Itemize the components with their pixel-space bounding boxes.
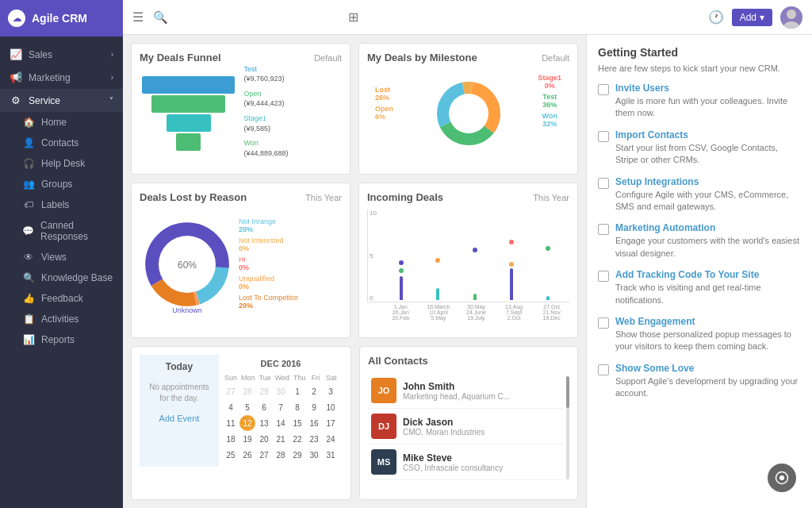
getting-started-checkbox[interactable] bbox=[598, 271, 609, 282]
calendar-day[interactable]: 4 bbox=[223, 399, 239, 415]
svg-text:60%: 60% bbox=[178, 259, 197, 270]
calendar-week-row: 18192021222324 bbox=[223, 431, 339, 447]
contacts-scrollbar bbox=[566, 376, 569, 479]
getting-started-item: Add Tracking Code To Your Site Track who… bbox=[598, 269, 801, 306]
getting-started-item: Import Contacts Start your list from CSV… bbox=[598, 129, 801, 167]
calendar-day[interactable]: 30 bbox=[306, 447, 322, 463]
calendar-day[interactable]: 19 bbox=[239, 431, 255, 447]
sidebar-item-feedback[interactable]: 👍 Feedback bbox=[0, 288, 123, 309]
calendar-day[interactable]: 8 bbox=[289, 399, 305, 415]
contact-item[interactable]: JO John Smith Marketing head, Aquarium C… bbox=[368, 373, 563, 409]
calendar-day[interactable]: 30 bbox=[273, 383, 289, 399]
search-icon[interactable]: 🔍 bbox=[153, 10, 168, 25]
getting-started-link[interactable]: Setup Integrations bbox=[615, 176, 801, 187]
getting-started-link[interactable]: Add Tracking Code To Your Site bbox=[615, 269, 801, 280]
menu-icon[interactable]: ☰ bbox=[132, 10, 144, 25]
getting-started-checkbox[interactable] bbox=[598, 84, 609, 95]
contact-item[interactable]: DJ Dick Jason CMO, Moran Industries bbox=[368, 409, 563, 444]
main-area: ☰ 🔍 ⊞ 🕐 Add ▾ My Deals Funnel Default bbox=[123, 0, 812, 508]
contact-item[interactable]: MS Mike Steve CSO, Infrascale consultanc… bbox=[368, 444, 563, 480]
sidebar-item-groups[interactable]: 👥 Groups bbox=[0, 174, 123, 194]
grid-icon[interactable]: ⊞ bbox=[348, 10, 358, 25]
add-event-link[interactable]: Add Event bbox=[146, 414, 213, 423]
calendar-day[interactable]: 2 bbox=[306, 383, 322, 399]
calendar-day[interactable]: 27 bbox=[223, 383, 239, 399]
today-label: Today bbox=[146, 361, 213, 372]
user-avatar[interactable] bbox=[780, 6, 802, 29]
calendar-day[interactable]: 5 bbox=[239, 399, 255, 415]
sidebar-item-helpdesk[interactable]: 🎧 Help Desk bbox=[0, 153, 123, 174]
getting-started-checkbox[interactable] bbox=[598, 131, 609, 142]
calendar-day[interactable]: 7 bbox=[273, 399, 289, 415]
calendar-day[interactable]: 3 bbox=[323, 383, 339, 399]
calendar-day[interactable]: 22 bbox=[289, 431, 305, 447]
calendar-day[interactable]: 10 bbox=[323, 399, 339, 415]
getting-started-content: Add Tracking Code To Your Site Track who… bbox=[615, 269, 801, 306]
calendar-day[interactable]: 16 bbox=[306, 415, 322, 431]
content-area: My Deals Funnel Default Test(¥9,760,923)… bbox=[123, 35, 812, 508]
calendar-day[interactable]: 18 bbox=[223, 431, 239, 447]
calendar-day[interactable]: 28 bbox=[239, 383, 255, 399]
cal-header-sun: Sun bbox=[223, 372, 239, 383]
calendar-day[interactable]: 20 bbox=[256, 431, 272, 447]
getting-started-link[interactable]: Marketing Automation bbox=[615, 222, 801, 233]
svg-point-17 bbox=[779, 475, 784, 480]
calendar-day[interactable]: 13 bbox=[256, 415, 272, 431]
calendar-day[interactable]: 29 bbox=[256, 383, 272, 399]
sidebar-label-helpdesk: Help Desk bbox=[41, 158, 85, 169]
getting-started-link[interactable]: Import Contacts bbox=[615, 129, 801, 140]
calendar-day[interactable]: 29 bbox=[289, 447, 305, 463]
chat-bubble[interactable] bbox=[768, 464, 796, 492]
contact-role: CSO, Infrascale consultancy bbox=[403, 464, 560, 472]
calendar-day[interactable]: 26 bbox=[239, 447, 255, 463]
scrollbar-thumb[interactable] bbox=[566, 376, 569, 408]
sidebar-item-canned-responses[interactable]: 💬 Canned Responses bbox=[0, 215, 123, 247]
getting-started-item: Web Engagement Show those personalized p… bbox=[598, 316, 801, 353]
calendar-day[interactable]: 11 bbox=[223, 415, 239, 431]
sidebar-item-knowledge-base[interactable]: 🔍 Knowledge Base bbox=[0, 267, 123, 288]
sidebar-item-contacts[interactable]: 👤 Contacts bbox=[0, 133, 123, 153]
getting-started-link[interactable]: Show Some Love bbox=[615, 363, 801, 374]
getting-started-checkbox[interactable] bbox=[598, 364, 609, 375]
calendar-day[interactable]: 27 bbox=[256, 447, 272, 463]
calendar-day[interactable]: 23 bbox=[306, 431, 322, 447]
sidebar-item-labels[interactable]: 🏷 Labels bbox=[0, 194, 123, 215]
sidebar-item-sales[interactable]: 📈 Sales › bbox=[0, 43, 123, 66]
bar-chart-yaxis: 10 5 0 bbox=[370, 210, 377, 302]
sidebar-label-groups: Groups bbox=[41, 179, 72, 190]
calendar-day[interactable]: 24 bbox=[323, 431, 339, 447]
add-button[interactable]: Add ▾ bbox=[732, 9, 772, 26]
sidebar-item-activities[interactable]: 📋 Activities bbox=[0, 309, 123, 329]
incoming-deals-header: Incoming Deals This Year bbox=[367, 191, 569, 203]
getting-started-checkbox[interactable] bbox=[598, 178, 609, 189]
calendar-day[interactable]: 6 bbox=[256, 399, 272, 415]
getting-started-checkbox[interactable] bbox=[598, 224, 609, 235]
getting-started-link[interactable]: Invite Users bbox=[615, 83, 801, 94]
getting-started-title: Getting Started bbox=[598, 46, 801, 59]
incoming-bar-chart: 10 5 0 bbox=[367, 210, 569, 321]
sidebar-item-marketing[interactable]: 📢 Marketing › bbox=[0, 66, 123, 89]
sidebar-item-reports[interactable]: 📊 Reports bbox=[0, 329, 123, 350]
sidebar-item-views[interactable]: 👁 Views bbox=[0, 247, 123, 267]
views-icon: 👁 bbox=[22, 252, 35, 263]
getting-started-item: Marketing Automation Engage your custome… bbox=[598, 222, 801, 260]
app-logo[interactable]: ☁ Agile CRM bbox=[0, 0, 123, 37]
getting-started-link[interactable]: Web Engagement bbox=[615, 316, 801, 327]
funnel-bar-test bbox=[142, 76, 235, 94]
calendar-day[interactable]: 9 bbox=[306, 399, 322, 415]
getting-started-checkbox[interactable] bbox=[598, 318, 609, 329]
clock-icon[interactable]: 🕐 bbox=[708, 10, 724, 25]
sidebar-label-sales: Sales bbox=[29, 49, 52, 60]
calendar-day[interactable]: 12 bbox=[239, 415, 255, 431]
calendar-day[interactable]: 1 bbox=[289, 383, 305, 399]
calendar-day[interactable]: 28 bbox=[273, 447, 289, 463]
calendar-day[interactable]: 31 bbox=[323, 447, 339, 463]
calendar-day[interactable]: 21 bbox=[273, 431, 289, 447]
calendar-day[interactable]: 17 bbox=[323, 415, 339, 431]
calendar-day[interactable]: 25 bbox=[223, 447, 239, 463]
sidebar-item-home[interactable]: 🏠 Home bbox=[0, 112, 123, 133]
sidebar-item-service[interactable]: ⚙ Service ˅ bbox=[0, 89, 123, 112]
deals-milestone-tag: Default bbox=[542, 53, 569, 63]
calendar-day[interactable]: 14 bbox=[273, 415, 289, 431]
calendar-day[interactable]: 15 bbox=[289, 415, 305, 431]
